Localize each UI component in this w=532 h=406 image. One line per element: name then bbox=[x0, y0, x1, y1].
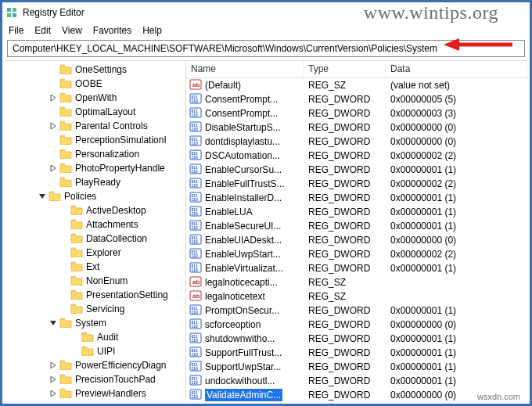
twist-spacer bbox=[59, 206, 69, 215]
value-name: PromptOnSecur... bbox=[205, 305, 279, 316]
value-type: REG_DWORD bbox=[304, 178, 386, 189]
menu-favorites[interactable]: Favorites bbox=[93, 25, 131, 36]
tree-item[interactable]: Ext bbox=[5, 260, 185, 274]
value-row[interactable]: 011110EnableLUAREG_DWORD0x00000001 (1) bbox=[186, 205, 527, 219]
chevron-down-icon[interactable] bbox=[49, 318, 58, 328]
values-pane[interactable]: Name Type Data ab(Default)REG_SZ(value n… bbox=[186, 61, 527, 401]
value-type: REG_DWORD bbox=[304, 136, 386, 147]
window-frame: Registry Editor File Edit View Favorites… bbox=[0, 0, 532, 406]
value-row[interactable]: ablegalnoticecapti...REG_SZ bbox=[186, 275, 527, 289]
tree-item[interactable]: System bbox=[5, 316, 185, 330]
folder-icon bbox=[70, 246, 83, 260]
value-row[interactable]: ablegalnoticetextREG_SZ bbox=[186, 289, 527, 304]
value-row[interactable]: 011110undockwithoutl...REG_DWORD0x000000… bbox=[186, 374, 527, 388]
chevron-right-icon[interactable] bbox=[49, 163, 58, 173]
tree-item[interactable]: OOBE bbox=[5, 77, 185, 91]
tree-item[interactable]: PerceptionSimulationI bbox=[5, 133, 185, 147]
tree-item[interactable]: OptimalLayout bbox=[5, 105, 185, 119]
tree-item[interactable]: Parental Controls bbox=[5, 119, 185, 133]
col-header-type[interactable]: Type bbox=[304, 61, 386, 77]
tree-item-label: Explorer bbox=[86, 247, 121, 258]
tree-item[interactable]: Servicing bbox=[5, 302, 185, 316]
value-row[interactable]: 011110EnableInstallerD...REG_DWORD0x0000… bbox=[186, 191, 527, 205]
svg-text:110: 110 bbox=[192, 380, 199, 385]
value-type: REG_DWORD bbox=[304, 263, 386, 274]
value-row[interactable]: 011110EnableCursorSu...REG_DWORD0x000000… bbox=[186, 163, 527, 177]
twist-spacer bbox=[49, 178, 58, 187]
tree-item[interactable]: OneSettings bbox=[5, 63, 185, 77]
value-data: 0x00000002 (2) bbox=[386, 150, 527, 161]
tree-item[interactable]: PresentationSetting bbox=[5, 288, 185, 302]
value-row[interactable]: 011110EnableUIADeskt...REG_DWORD0x000000… bbox=[186, 233, 527, 247]
menu-edit[interactable]: Edit bbox=[34, 25, 51, 36]
tree-item[interactable]: Personalization bbox=[5, 147, 185, 161]
col-header-name[interactable]: Name bbox=[186, 61, 304, 77]
value-name: EnableCursorSu... bbox=[205, 164, 282, 175]
value-row[interactable]: 011110dontdisplaylastu...REG_DWORD0x0000… bbox=[186, 135, 527, 149]
list-header[interactable]: Name Type Data bbox=[186, 61, 527, 78]
value-name: SupportUwpStar... bbox=[205, 361, 281, 372]
tree-item[interactable]: NonEnum bbox=[5, 274, 185, 288]
svg-text:110: 110 bbox=[192, 394, 199, 399]
tree-item[interactable]: Attachments bbox=[5, 217, 185, 232]
svg-text:ab: ab bbox=[192, 293, 200, 300]
value-row[interactable]: 011110PromptOnSecur...REG_DWORD0x0000000… bbox=[186, 304, 527, 318]
chevron-right-icon[interactable] bbox=[49, 361, 58, 370]
value-row[interactable]: 011110EnableFullTrustS...REG_DWORD0x0000… bbox=[186, 177, 527, 191]
tree-item[interactable]: UIPI bbox=[5, 344, 185, 358]
value-row[interactable]: 011110DisableStartupS...REG_DWORD0x00000… bbox=[186, 120, 527, 135]
value-row[interactable]: 011110EnableSecureUI...REG_DWORD0x000000… bbox=[186, 219, 527, 233]
svg-text:110: 110 bbox=[192, 127, 199, 131]
value-row[interactable]: 011110SupportUwpStar...REG_DWORD0x000000… bbox=[186, 360, 527, 374]
value-row[interactable]: 011110ConsentPrompt...REG_DWORD0x0000000… bbox=[186, 106, 527, 120]
chevron-down-icon[interactable] bbox=[38, 192, 47, 201]
tree-item[interactable]: PrecisionTouchPad bbox=[5, 372, 185, 386]
chevron-right-icon[interactable] bbox=[49, 389, 58, 398]
tree-item[interactable]: PowerEfficiencyDiagn bbox=[5, 358, 185, 372]
value-data: 0x00000001 (1) bbox=[386, 207, 527, 217]
tree-item[interactable]: ActiveDesktop bbox=[5, 203, 185, 217]
menu-help[interactable]: Help bbox=[142, 25, 162, 36]
tree-item-label: PerceptionSimulationI bbox=[75, 135, 167, 146]
tree-item[interactable]: Policies bbox=[5, 189, 185, 203]
value-type: REG_DWORD bbox=[304, 249, 386, 260]
reg-dword-icon: 011110 bbox=[189, 233, 202, 248]
value-data: 0x00000001 (1) bbox=[386, 192, 527, 203]
value-row[interactable]: 011110DSCAutomation...REG_DWORD0x0000000… bbox=[186, 149, 527, 163]
value-row[interactable]: ab(Default)REG_SZ(value not set) bbox=[186, 78, 527, 92]
tree-item-label: PlayReady bbox=[75, 177, 120, 188]
tree-item[interactable]: OpenWith bbox=[5, 91, 185, 105]
value-row[interactable]: 011110shutdownwitho...REG_DWORD0x0000000… bbox=[186, 332, 527, 346]
tree-item[interactable]: DataCollection bbox=[5, 232, 185, 246]
tree-item[interactable]: Audit bbox=[5, 330, 185, 344]
tree-item[interactable]: PreviewHandlers bbox=[5, 386, 185, 401]
value-type: REG_DWORD bbox=[304, 390, 386, 401]
chevron-right-icon[interactable] bbox=[49, 375, 58, 384]
tree-item[interactable]: PlayReady bbox=[5, 175, 185, 189]
watermark-small: wsxdn.com bbox=[474, 391, 523, 402]
menu-file[interactable]: File bbox=[9, 25, 23, 36]
value-row[interactable]: 011110SupportFullTrust...REG_DWORD0x0000… bbox=[186, 346, 527, 360]
value-row[interactable]: 011110scforceoptionREG_DWORD0x00000000 (… bbox=[186, 318, 527, 332]
value-data: 0x00000001 (1) bbox=[386, 361, 527, 372]
col-header-data[interactable]: Data bbox=[386, 61, 527, 77]
chevron-right-icon[interactable] bbox=[49, 121, 58, 131]
tree-item-label: DataCollection bbox=[86, 233, 147, 244]
menu-view[interactable]: View bbox=[62, 25, 82, 36]
tree-item[interactable]: Privacy bbox=[5, 401, 185, 401]
value-data: 0x00000003 (3) bbox=[386, 108, 527, 119]
folder-icon bbox=[59, 401, 72, 402]
chevron-right-icon[interactable] bbox=[49, 93, 58, 102]
value-name: (Default) bbox=[205, 80, 241, 91]
reg-dword-icon: 011110 bbox=[189, 106, 202, 121]
value-row[interactable]: 011110EnableVirtualizat...REG_DWORD0x000… bbox=[186, 261, 527, 275]
value-row[interactable]: 011110EnableUwpStart...REG_DWORD0x000000… bbox=[186, 247, 527, 261]
folder-icon bbox=[59, 317, 72, 330]
tree-item[interactable]: PhotoPropertyHandle bbox=[5, 161, 185, 175]
svg-text:110: 110 bbox=[192, 352, 199, 357]
tree-item-label: Ext bbox=[86, 261, 99, 272]
folder-icon bbox=[70, 260, 83, 274]
tree-item[interactable]: Explorer bbox=[5, 246, 185, 260]
value-row[interactable]: 011110ConsentPrompt...REG_DWORD0x0000000… bbox=[186, 92, 527, 106]
tree-pane[interactable]: OneSettingsOOBEOpenWithOptimalLayoutPare… bbox=[5, 61, 186, 401]
